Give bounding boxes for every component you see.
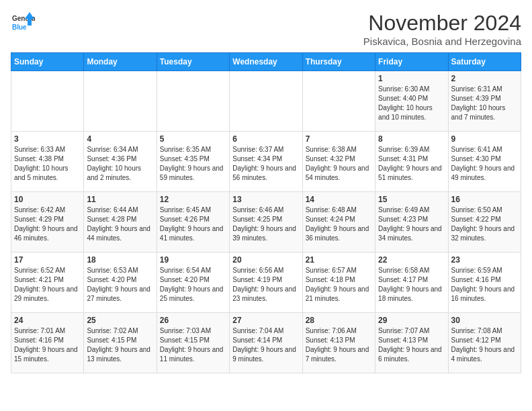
day-number: 25 (87, 316, 153, 325)
calendar-cell: 13Sunrise: 6:46 AM Sunset: 4:25 PM Dayli… (230, 192, 302, 253)
day-content: Sunrise: 6:53 AM Sunset: 4:20 PM Dayligh… (87, 266, 153, 304)
svg-text:Blue: Blue (12, 24, 27, 31)
day-number: 18 (87, 255, 153, 265)
calendar-cell: 23Sunrise: 6:59 AM Sunset: 4:16 PM Dayli… (448, 253, 521, 313)
day-content: Sunrise: 6:34 AM Sunset: 4:36 PM Dayligh… (87, 145, 153, 183)
day-content: Sunrise: 6:59 AM Sunset: 4:16 PM Dayligh… (451, 266, 518, 304)
day-number: 22 (378, 255, 445, 265)
day-number: 15 (378, 195, 445, 204)
title-area: November 2024 Piskavica, Bosnia and Herz… (363, 11, 521, 47)
calendar-cell: 9Sunrise: 6:41 AM Sunset: 4:30 PM Daylig… (448, 132, 521, 192)
week-row-4: 17Sunrise: 6:52 AM Sunset: 4:21 PM Dayli… (11, 253, 521, 313)
calendar-cell (230, 71, 302, 132)
header-day-wednesday: Wednesday (230, 53, 302, 71)
day-content: Sunrise: 6:52 AM Sunset: 4:21 PM Dayligh… (14, 266, 81, 304)
day-content: Sunrise: 6:37 AM Sunset: 4:34 PM Dayligh… (232, 145, 299, 183)
calendar-table: SundayMondayTuesdayWednesdayThursdayFrid… (11, 52, 521, 373)
calendar-cell: 18Sunrise: 6:53 AM Sunset: 4:20 PM Dayli… (84, 253, 157, 313)
calendar-cell: 2Sunrise: 6:31 AM Sunset: 4:39 PM Daylig… (448, 71, 521, 132)
calendar-cell: 4Sunrise: 6:34 AM Sunset: 4:36 PM Daylig… (84, 132, 157, 192)
day-content: Sunrise: 6:38 AM Sunset: 4:32 PM Dayligh… (306, 145, 372, 183)
header-day-tuesday: Tuesday (157, 53, 229, 71)
day-number: 9 (451, 134, 518, 144)
header-day-friday: Friday (375, 53, 448, 71)
day-number: 8 (378, 134, 445, 144)
calendar-cell: 24Sunrise: 7:01 AM Sunset: 4:16 PM Dayli… (11, 313, 84, 373)
day-content: Sunrise: 6:44 AM Sunset: 4:28 PM Dayligh… (87, 205, 153, 243)
day-content: Sunrise: 6:48 AM Sunset: 4:24 PM Dayligh… (306, 205, 372, 243)
day-content: Sunrise: 6:41 AM Sunset: 4:30 PM Dayligh… (451, 145, 518, 183)
calendar-cell: 21Sunrise: 6:57 AM Sunset: 4:18 PM Dayli… (302, 253, 375, 313)
day-content: Sunrise: 6:46 AM Sunset: 4:25 PM Dayligh… (232, 205, 299, 243)
day-number: 14 (306, 195, 372, 204)
day-content: Sunrise: 6:33 AM Sunset: 4:38 PM Dayligh… (14, 145, 81, 183)
day-content: Sunrise: 6:42 AM Sunset: 4:29 PM Dayligh… (14, 205, 81, 243)
header-day-saturday: Saturday (448, 53, 521, 71)
day-number: 2 (451, 74, 518, 83)
calendar-cell: 27Sunrise: 7:04 AM Sunset: 4:14 PM Dayli… (230, 313, 302, 373)
day-number: 30 (451, 316, 518, 325)
day-content: Sunrise: 6:56 AM Sunset: 4:19 PM Dayligh… (232, 266, 299, 304)
calendar-cell: 22Sunrise: 6:58 AM Sunset: 4:17 PM Dayli… (375, 253, 448, 313)
calendar-cell: 6Sunrise: 6:37 AM Sunset: 4:34 PM Daylig… (230, 132, 302, 192)
day-content: Sunrise: 6:49 AM Sunset: 4:23 PM Dayligh… (378, 205, 445, 243)
calendar-cell: 17Sunrise: 6:52 AM Sunset: 4:21 PM Dayli… (11, 253, 84, 313)
day-number: 29 (378, 316, 445, 325)
calendar-cell: 1Sunrise: 6:30 AM Sunset: 4:40 PM Daylig… (375, 71, 448, 132)
day-number: 23 (451, 255, 518, 265)
calendar-cell: 14Sunrise: 6:48 AM Sunset: 4:24 PM Dayli… (302, 192, 375, 253)
day-content: Sunrise: 6:50 AM Sunset: 4:22 PM Dayligh… (451, 205, 518, 243)
day-number: 28 (306, 316, 372, 325)
day-number: 24 (14, 316, 81, 325)
day-number: 7 (306, 134, 372, 144)
week-row-1: 1Sunrise: 6:30 AM Sunset: 4:40 PM Daylig… (11, 71, 521, 132)
calendar-cell: 26Sunrise: 7:03 AM Sunset: 4:15 PM Dayli… (157, 313, 229, 373)
day-content: Sunrise: 6:58 AM Sunset: 4:17 PM Dayligh… (378, 266, 445, 304)
week-row-3: 10Sunrise: 6:42 AM Sunset: 4:29 PM Dayli… (11, 192, 521, 253)
calendar-cell: 29Sunrise: 7:07 AM Sunset: 4:13 PM Dayli… (375, 313, 448, 373)
week-row-5: 24Sunrise: 7:01 AM Sunset: 4:16 PM Dayli… (11, 313, 521, 373)
calendar-cell: 19Sunrise: 6:54 AM Sunset: 4:20 PM Dayli… (157, 253, 229, 313)
header-day-monday: Monday (84, 53, 157, 71)
day-number: 11 (87, 195, 153, 204)
calendar-cell (84, 71, 157, 132)
day-content: Sunrise: 7:06 AM Sunset: 4:13 PM Dayligh… (306, 326, 372, 364)
calendar-cell (157, 71, 229, 132)
day-content: Sunrise: 6:39 AM Sunset: 4:31 PM Dayligh… (378, 145, 445, 183)
calendar-cell: 25Sunrise: 7:02 AM Sunset: 4:15 PM Dayli… (84, 313, 157, 373)
day-number: 27 (232, 316, 299, 325)
day-number: 17 (14, 255, 81, 265)
calendar-cell (302, 71, 375, 132)
subtitle: Piskavica, Bosnia and Herzegovina (363, 36, 521, 47)
day-content: Sunrise: 7:01 AM Sunset: 4:16 PM Dayligh… (14, 326, 81, 364)
calendar-cell (11, 71, 84, 132)
day-content: Sunrise: 7:08 AM Sunset: 4:12 PM Dayligh… (451, 326, 518, 364)
day-number: 4 (87, 134, 153, 144)
logo-svg: General Blue (11, 11, 35, 35)
day-number: 20 (232, 255, 299, 265)
day-content: Sunrise: 7:04 AM Sunset: 4:14 PM Dayligh… (232, 326, 299, 364)
day-content: Sunrise: 6:35 AM Sunset: 4:35 PM Dayligh… (160, 145, 226, 183)
calendar-cell: 5Sunrise: 6:35 AM Sunset: 4:35 PM Daylig… (157, 132, 229, 192)
day-number: 1 (378, 74, 445, 83)
calendar-cell: 3Sunrise: 6:33 AM Sunset: 4:38 PM Daylig… (11, 132, 84, 192)
day-number: 26 (160, 316, 226, 325)
day-content: Sunrise: 6:57 AM Sunset: 4:18 PM Dayligh… (306, 266, 372, 304)
day-content: Sunrise: 6:31 AM Sunset: 4:39 PM Dayligh… (451, 85, 518, 122)
day-number: 5 (160, 134, 226, 144)
week-row-2: 3Sunrise: 6:33 AM Sunset: 4:38 PM Daylig… (11, 132, 521, 192)
calendar-cell: 11Sunrise: 6:44 AM Sunset: 4:28 PM Dayli… (84, 192, 157, 253)
day-number: 13 (232, 195, 299, 204)
month-title: November 2024 (363, 11, 521, 36)
calendar-cell: 28Sunrise: 7:06 AM Sunset: 4:13 PM Dayli… (302, 313, 375, 373)
calendar-cell: 16Sunrise: 6:50 AM Sunset: 4:22 PM Dayli… (448, 192, 521, 253)
day-content: Sunrise: 6:45 AM Sunset: 4:26 PM Dayligh… (160, 205, 226, 243)
day-number: 6 (232, 134, 299, 144)
calendar-cell: 30Sunrise: 7:08 AM Sunset: 4:12 PM Dayli… (448, 313, 521, 373)
header-day-sunday: Sunday (11, 53, 84, 71)
day-number: 19 (160, 255, 226, 265)
day-content: Sunrise: 7:03 AM Sunset: 4:15 PM Dayligh… (160, 326, 226, 364)
logo: General Blue (11, 11, 35, 35)
header-day-thursday: Thursday (302, 53, 375, 71)
calendar-cell: 7Sunrise: 6:38 AM Sunset: 4:32 PM Daylig… (302, 132, 375, 192)
